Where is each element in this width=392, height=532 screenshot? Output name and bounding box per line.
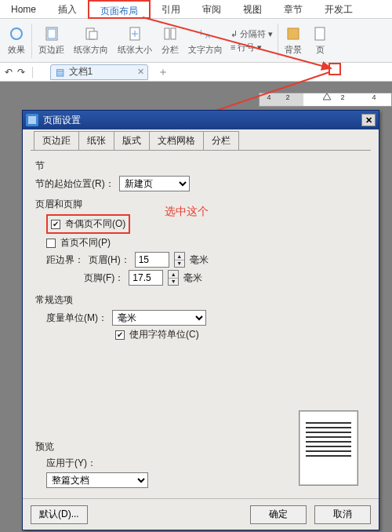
new-tab-button[interactable]: ＋	[158, 65, 169, 79]
group-margins[interactable]: 页边距	[34, 19, 69, 62]
tab-underline	[31, 150, 371, 151]
document-tab[interactable]: ▤ 文档1 ✕	[50, 64, 149, 80]
ribbon-body: 效果 页边距 纸张方向 纸张大小 分栏 ⅠA 文字方向 ↲分隔符▾ ≡行号▾ 背…	[0, 19, 392, 63]
header-unit: 毫米	[190, 253, 209, 267]
group-background[interactable]: 背景	[280, 19, 307, 62]
section-start-label: 节的起始位置(R)：	[35, 177, 114, 191]
footer-spin[interactable]	[129, 270, 163, 286]
breaks-icon: ↲	[230, 29, 238, 39]
background-icon	[285, 25, 302, 42]
papersize-icon	[126, 25, 143, 42]
measure-label: 度量单位(M)：	[46, 312, 107, 325]
textdir-label: 文字方向	[188, 44, 223, 56]
svg-rect-10	[288, 28, 299, 39]
tab-columns[interactable]: 分栏	[204, 131, 239, 150]
separator	[31, 24, 32, 58]
tab-developer[interactable]: 开发工	[314, 0, 364, 19]
orientation-icon	[82, 25, 100, 42]
columns-label: 分栏	[162, 44, 179, 56]
app-icon	[26, 114, 38, 126]
svg-rect-6	[165, 28, 169, 39]
close-icon[interactable]: ✕	[137, 67, 144, 77]
ruler-num: 2	[340, 93, 344, 101]
svg-text:A: A	[205, 32, 210, 40]
close-button[interactable]: ✕	[361, 114, 376, 126]
tab-docgrid[interactable]: 文档网格	[150, 131, 204, 150]
size-label: 纸张大小	[118, 44, 152, 56]
footer-label: 页脚(F)：	[84, 271, 124, 285]
dialog-launcher-highlight	[328, 63, 341, 75]
breaks-label: 分隔符	[240, 28, 266, 40]
dialog-title: 页面设置	[43, 114, 81, 127]
ruler-num: 2	[285, 93, 289, 101]
svg-rect-4	[89, 31, 97, 39]
header-spin-buttons[interactable]: ▲▼	[174, 252, 185, 268]
columns-icon	[162, 25, 179, 42]
chevron-down-icon: ▾	[257, 42, 262, 53]
apply-to-select[interactable]: 整篇文档	[46, 472, 148, 488]
linenum-icon: ≡	[230, 42, 235, 52]
group-effect[interactable]: 效果	[3, 19, 30, 62]
breaks-button[interactable]: ↲分隔符▾	[230, 28, 273, 40]
footer-spin-buttons[interactable]: ▲▼	[168, 270, 179, 286]
tab-layout[interactable]: 版式	[114, 131, 150, 150]
svg-rect-7	[171, 28, 176, 39]
group-page[interactable]: 页	[307, 19, 328, 62]
redo-button[interactable]: ↷	[17, 67, 25, 78]
tab-pagelayout[interactable]: 页面布局	[88, 0, 151, 19]
cancel-button[interactable]: 取消	[314, 505, 371, 524]
odd-even-label: 奇偶页不同(O)	[65, 217, 125, 231]
orientation-label: 纸张方向	[74, 44, 108, 56]
section-group-label: 节	[35, 159, 366, 173]
group-columns[interactable]: 分栏	[157, 19, 183, 62]
page-preview	[299, 410, 358, 486]
first-diff-checkbox[interactable]	[46, 239, 56, 248]
ruler-margin	[260, 93, 303, 106]
callout-text: 选中这个	[165, 205, 209, 219]
ribbon-tabs: Home 插入 页面布局 引用 审阅 视图 章节 开发工	[0, 0, 392, 19]
dialog-titlebar[interactable]: 页面设置 ✕	[23, 111, 379, 129]
tab-insert[interactable]: 插入	[47, 0, 88, 19]
use-char-checkbox[interactable]: ✔	[115, 330, 125, 340]
svg-marker-12	[323, 93, 331, 100]
svg-rect-15	[28, 116, 36, 124]
horizontal-ruler[interactable]: 4 2 2 4	[259, 93, 392, 107]
odd-even-checkbox[interactable]: ✔	[51, 220, 60, 229]
group-textdirection[interactable]: ⅠA 文字方向	[183, 19, 227, 62]
linenum-button[interactable]: ≡行号▾	[230, 42, 273, 53]
default-button[interactable]: 默认(D)...	[31, 505, 88, 524]
tab-view[interactable]: 视图	[232, 0, 273, 19]
tab-home[interactable]: Home	[0, 0, 47, 19]
use-char-label: 使用字符单位(C)	[129, 328, 199, 341]
group-breaks-linenum: ↲分隔符▾ ≡行号▾	[227, 19, 276, 62]
qat-sep: │	[30, 67, 36, 78]
effect-icon	[8, 25, 25, 42]
svg-point-0	[11, 28, 22, 39]
margins-label: 页边距	[38, 44, 64, 56]
tab-margins[interactable]: 页边距	[34, 131, 79, 150]
ruler-num: 4	[372, 93, 376, 101]
header-spin[interactable]	[135, 252, 169, 268]
tab-review[interactable]: 审阅	[191, 0, 232, 19]
bg-label: 背景	[285, 44, 302, 56]
group-orientation[interactable]: 纸张方向	[69, 19, 113, 62]
ok-button[interactable]: 确定	[250, 505, 307, 524]
page-label: 页	[316, 44, 325, 56]
first-diff-label: 首页不同(P)	[60, 236, 111, 250]
undo-button[interactable]: ↶	[5, 67, 13, 78]
distance-label: 距边界：	[46, 253, 84, 267]
separator	[278, 24, 278, 58]
tab-paper[interactable]: 纸张	[79, 131, 114, 150]
header-label: 页眉(H)：	[89, 253, 130, 267]
group-papersize[interactable]: 纸张大小	[113, 19, 157, 62]
tab-references[interactable]: 引用	[151, 0, 191, 19]
section-start-select[interactable]: 新建页	[119, 176, 190, 191]
dialog-footer: 默认(D)... 确定 取消	[23, 498, 379, 530]
svg-text:Ⅰ: Ⅰ	[200, 29, 202, 37]
svg-rect-11	[315, 27, 325, 40]
tab-sections[interactable]: 章节	[273, 0, 314, 19]
footer-unit: 毫米	[183, 271, 202, 285]
linenum-label: 行号	[238, 42, 255, 53]
indent-marker[interactable]	[323, 93, 331, 101]
measure-select[interactable]: 毫米	[112, 310, 206, 326]
